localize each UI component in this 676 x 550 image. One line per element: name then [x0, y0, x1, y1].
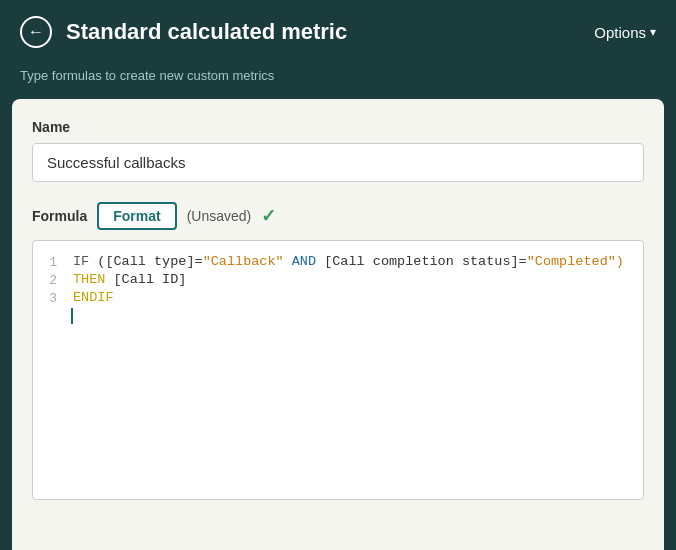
saved-check-icon: ✓ — [261, 205, 276, 227]
line-content: IF ([Call type]="Callback" AND [Call com… — [73, 254, 624, 269]
code-token: [Call ID] — [105, 272, 186, 287]
unsaved-status: (Unsaved) — [187, 208, 252, 224]
formula-row: Formula Format (Unsaved) ✓ — [32, 202, 644, 230]
subtitle-text: Type formulas to create new custom metri… — [0, 64, 676, 99]
line-content: ENDIF — [73, 290, 114, 305]
text-cursor — [71, 308, 75, 324]
code-token: [Call completion status] — [324, 254, 518, 269]
name-label: Name — [32, 119, 644, 135]
formula-label: Formula — [32, 208, 87, 224]
line-number: 2 — [33, 272, 73, 288]
chevron-down-icon: ▾ — [650, 25, 656, 39]
code-token: AND — [284, 254, 325, 269]
options-label: Options — [594, 24, 646, 41]
back-icon: ← — [28, 23, 44, 41]
code-token: ENDIF — [73, 290, 114, 305]
code-token: "Completed") — [527, 254, 624, 269]
cursor-line — [33, 307, 643, 325]
content-card: Name Formula Format (Unsaved) ✓ 1IF ([Ca… — [12, 99, 664, 550]
code-token: [Call type] — [105, 254, 194, 269]
format-button[interactable]: Format — [97, 202, 176, 230]
name-input[interactable] — [32, 143, 644, 182]
line-number: 1 — [33, 254, 73, 270]
line-content: THEN [Call ID] — [73, 272, 186, 287]
back-button[interactable]: ← — [20, 16, 52, 48]
header-left: ← Standard calculated metric — [20, 16, 347, 48]
code-line: 3ENDIF — [33, 289, 643, 307]
line-number: 3 — [33, 290, 73, 306]
header: ← Standard calculated metric Options ▾ — [0, 0, 676, 64]
code-token: = — [519, 254, 527, 269]
code-token: THEN — [73, 272, 105, 287]
options-button[interactable]: Options ▾ — [594, 24, 656, 41]
code-token: "Callback" — [203, 254, 284, 269]
code-token: ( — [89, 254, 105, 269]
code-line: 2THEN [Call ID] — [33, 271, 643, 289]
code-token: = — [195, 254, 203, 269]
code-token: IF — [73, 254, 89, 269]
code-editor[interactable]: 1IF ([Call type]="Callback" AND [Call co… — [32, 240, 644, 500]
page-title: Standard calculated metric — [66, 19, 347, 45]
code-line: 1IF ([Call type]="Callback" AND [Call co… — [33, 253, 643, 271]
